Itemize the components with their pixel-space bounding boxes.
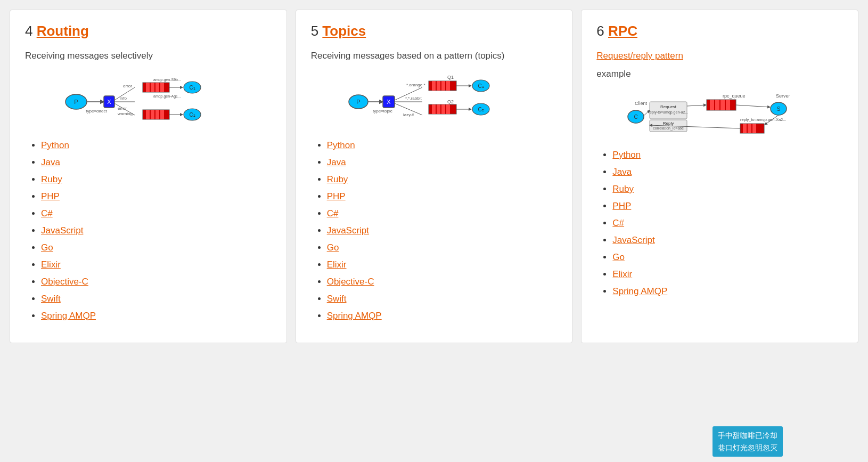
svg-text:Server: Server <box>776 93 790 99</box>
spring-amqp-link[interactable]: Spring AMQP <box>327 311 382 321</box>
svg-rect-12 <box>155 83 159 92</box>
svg-rect-44 <box>446 81 450 91</box>
list-item: PHP <box>327 191 558 202</box>
svg-text:Request: Request <box>660 104 677 109</box>
php-link[interactable]: PHP <box>612 201 631 211</box>
svg-text:reply-to=amqp.gen-a2...: reply-to=amqp.gen-a2... <box>648 110 688 115</box>
svg-rect-11 <box>151 83 154 92</box>
list-item: Swift <box>41 294 272 304</box>
javascript-link[interactable]: JavaScript <box>327 225 369 236</box>
svg-text:type=direct: type=direct <box>86 109 108 114</box>
routing-title-link[interactable]: Routing <box>37 23 89 39</box>
svg-text:correlation_id=abc: correlation_id=abc <box>653 126 684 131</box>
list-item: Elixir <box>327 260 558 270</box>
list-item: PHP <box>41 191 272 202</box>
svg-text:C: C <box>634 114 637 120</box>
svg-rect-74 <box>715 100 719 110</box>
svg-text:Q2: Q2 <box>447 99 454 104</box>
svg-text:S: S <box>776 106 780 112</box>
rpc-title-link[interactable]: RPC <box>608 23 637 39</box>
csharp-link[interactable]: C# <box>612 218 624 228</box>
csharp-link[interactable]: C# <box>41 208 53 218</box>
go-link[interactable]: Go <box>41 242 53 253</box>
svg-rect-10 <box>146 83 150 92</box>
ruby-link[interactable]: Ruby <box>41 174 62 184</box>
list-item: Python <box>327 140 558 151</box>
list-item: Ruby <box>41 174 272 185</box>
list-item: Java <box>327 157 558 168</box>
svg-rect-41 <box>432 81 436 91</box>
svg-text:X: X <box>108 99 112 105</box>
request-reply-link[interactable]: Request/reply pattern <box>596 49 843 63</box>
list-item: Go <box>612 252 843 263</box>
svg-text:Client: Client <box>635 101 648 106</box>
go-link[interactable]: Go <box>612 252 625 262</box>
svg-text:C₂: C₂ <box>190 112 195 118</box>
javascript-link[interactable]: JavaScript <box>612 235 654 245</box>
java-link[interactable]: Java <box>612 167 632 177</box>
ruby-link[interactable]: Ruby <box>612 184 634 194</box>
svg-text:info: info <box>120 96 127 101</box>
svg-rect-54 <box>441 104 445 114</box>
svg-rect-42 <box>437 81 440 91</box>
routing-card: 4 Routing Receiving messages selectively… <box>10 10 287 343</box>
svg-text:reply_to=amqp.gen-Xa2...: reply_to=amqp.gen-Xa2... <box>740 117 787 122</box>
php-link[interactable]: PHP <box>327 191 346 201</box>
list-item: Go <box>327 242 558 253</box>
list-item: PHP <box>612 201 843 212</box>
routing-header: 4 Routing <box>25 23 272 39</box>
svg-text:*.*.rabbit: *.*.rabbit <box>405 96 422 101</box>
ruby-link[interactable]: Ruby <box>327 174 348 184</box>
svg-text:Reply: Reply <box>662 121 673 126</box>
svg-rect-25 <box>151 110 154 119</box>
list-item: Elixir <box>612 269 843 280</box>
svg-text:C₁: C₁ <box>190 85 195 91</box>
objectivec-link[interactable]: Objective-C <box>41 277 88 287</box>
java-link[interactable]: Java <box>41 157 60 167</box>
watermark: 手中甜咖啡已冷却 巷口灯光忽明忽灭 <box>713 426 783 457</box>
routing-diagram: P X type=direct error amqp.gen-S9b... <box>25 72 272 128</box>
topics-diagram: P X type=topic Q1 *.orange.* C₁ <box>311 72 558 128</box>
routing-links: Python Java Ruby PHP C# JavaScript Go El… <box>25 140 272 321</box>
rpc-link-suffix: example <box>596 69 630 79</box>
topics-title-link[interactable]: Topics <box>322 23 366 39</box>
svg-rect-53 <box>437 104 440 114</box>
svg-text:P: P <box>75 99 78 105</box>
list-item: Spring AMQP <box>612 286 843 297</box>
list-item: Go <box>41 242 272 253</box>
svg-rect-13 <box>160 83 164 92</box>
list-item: C# <box>612 218 843 229</box>
list-item: Spring AMQP <box>327 311 558 321</box>
elixir-link[interactable]: Elixir <box>327 260 347 270</box>
list-item: C# <box>41 208 272 219</box>
javascript-link[interactable]: JavaScript <box>41 225 83 236</box>
rpc-card: 6 RPC Request/reply pattern example Clie… <box>581 10 858 343</box>
spring-amqp-link[interactable]: Spring AMQP <box>612 286 667 296</box>
elixir-link[interactable]: Elixir <box>612 269 632 279</box>
rpc-description: Request/reply pattern example <box>596 49 843 80</box>
csharp-link[interactable]: C# <box>327 208 339 218</box>
list-item: Python <box>41 140 272 151</box>
elixir-link[interactable]: Elixir <box>41 260 61 270</box>
go-link[interactable]: Go <box>327 242 339 253</box>
python-link[interactable]: Python <box>41 140 69 150</box>
watermark-line1: 手中甜咖啡已冷却 <box>718 429 777 441</box>
list-item: Ruby <box>612 184 843 194</box>
svg-rect-80 <box>743 124 747 133</box>
svg-rect-76 <box>726 100 730 110</box>
python-link[interactable]: Python <box>612 150 641 160</box>
svg-rect-73 <box>710 100 714 110</box>
swift-link[interactable]: Swift <box>327 294 347 304</box>
java-link[interactable]: Java <box>327 157 346 167</box>
list-item: Objective-C <box>41 277 272 287</box>
php-link[interactable]: PHP <box>41 191 60 201</box>
python-link[interactable]: Python <box>327 140 355 150</box>
rpc-diagram: Client C Request reply-to=amqp.gen-a2...… <box>596 90 843 138</box>
watermark-line2: 巷口灯光忽明忽灭 <box>718 442 777 453</box>
list-item: JavaScript <box>41 225 272 236</box>
list-item: JavaScript <box>612 235 843 246</box>
spring-amqp-link[interactable]: Spring AMQP <box>41 311 96 321</box>
list-item: Spring AMQP <box>41 311 272 321</box>
swift-link[interactable]: Swift <box>41 294 61 304</box>
objectivec-link[interactable]: Objective-C <box>327 277 374 287</box>
